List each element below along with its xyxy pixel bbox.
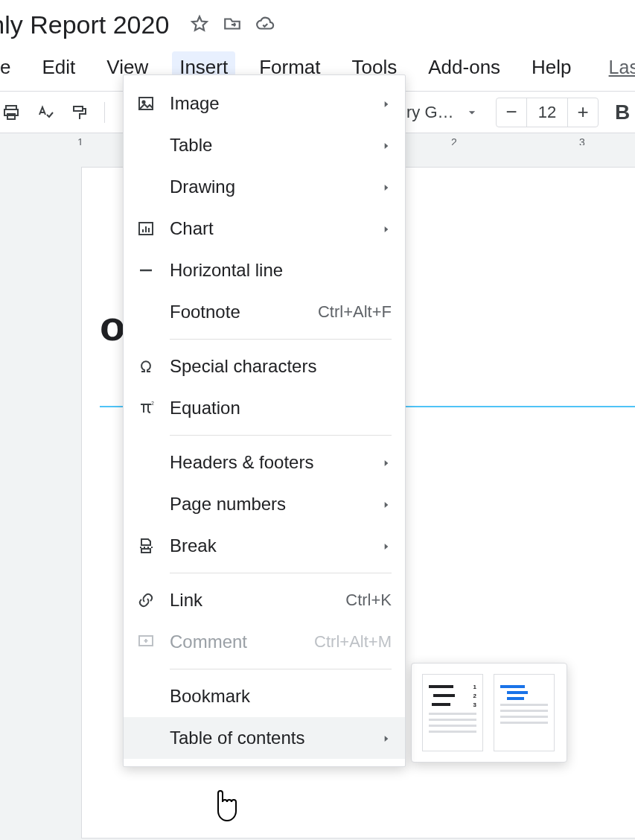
menu-item-bookmark[interactable]: Bookmark: [124, 675, 405, 717]
menu-item-headers-footers[interactable]: Headers & footers: [124, 442, 405, 483]
menu-item-drawing[interactable]: Drawing: [124, 166, 405, 208]
print-icon[interactable]: [0, 104, 22, 121]
menu-label: Link: [170, 590, 345, 611]
svg-text:2: 2: [151, 401, 154, 406]
link-icon: [137, 591, 170, 609]
chart-icon: [137, 220, 170, 238]
chevron-right-icon: [381, 93, 392, 114]
image-icon: [137, 95, 170, 112]
menu-label: Drawing: [170, 176, 381, 197]
menu-item-image[interactable]: Image: [124, 83, 405, 124]
menu-label: Table of contents: [170, 728, 381, 748]
font-size-increase[interactable]: +: [568, 98, 598, 127]
menu-label: Chart: [170, 218, 381, 239]
chevron-right-icon: [381, 176, 392, 197]
menu-item-footnote[interactable]: Footnote Ctrl+Alt+F: [124, 291, 405, 333]
menu-shortcut: Ctrl+K: [345, 591, 392, 610]
page-break-icon: [137, 537, 170, 555]
menu-help[interactable]: Help: [524, 51, 578, 83]
pi-icon: 2: [137, 399, 170, 417]
titlebar: onthly Report 2020: [0, 0, 635, 47]
spellcheck-icon[interactable]: [34, 104, 57, 121]
font-family-select[interactable]: ry Go…: [406, 103, 459, 122]
menu-divider: [170, 435, 392, 436]
menu-item-comment: Comment Ctrl+Alt+M: [124, 621, 405, 663]
paint-format-icon[interactable]: [68, 104, 91, 121]
bold-button[interactable]: B: [615, 101, 630, 124]
insert-menu-dropdown: Image Table Drawing Chart Horizontal lin…: [123, 74, 406, 767]
menu-item-equation[interactable]: 2 Equation: [124, 387, 405, 429]
font-size-value[interactable]: 12: [526, 98, 568, 127]
menu-item-chart[interactable]: Chart: [124, 208, 405, 249]
comment-icon: [137, 633, 170, 651]
menu-label: Footnote: [170, 302, 318, 322]
menu-item-table-of-contents[interactable]: Table of contents: [124, 717, 405, 759]
menu-addons[interactable]: Add-ons: [421, 51, 508, 83]
cloud-saved-icon[interactable]: [255, 14, 275, 36]
menu-item-link[interactable]: Link Ctrl+K: [124, 579, 405, 621]
toc-style-submenu: 1 2 3: [411, 663, 567, 763]
document-title[interactable]: onthly Report 2020: [0, 10, 169, 39]
svg-rect-3: [74, 106, 83, 111]
last-edit-link[interactable]: Last edit was sec: [609, 57, 635, 78]
toc-style-page-numbers[interactable]: 1 2 3: [422, 674, 483, 751]
menu-item-page-numbers[interactable]: Page numbers: [124, 483, 405, 525]
menu-shortcut: Ctrl+Alt+F: [318, 302, 392, 322]
chevron-right-icon: [381, 535, 392, 556]
chevron-down-icon[interactable]: [465, 105, 479, 120]
menu-label: Equation: [170, 398, 392, 419]
chevron-right-icon: [381, 135, 392, 156]
menu-label: Comment: [170, 631, 314, 652]
cursor-pointer-icon: [210, 788, 240, 827]
move-icon[interactable]: [223, 14, 242, 36]
chevron-right-icon: [381, 494, 392, 515]
menu-label: Bookmark: [170, 686, 392, 707]
menu-label: Table: [170, 135, 381, 156]
font-size-decrease[interactable]: −: [497, 98, 526, 127]
menu-divider: [170, 573, 392, 573]
menu-label: Page numbers: [170, 494, 381, 515]
menu-item-break[interactable]: Break: [124, 525, 405, 567]
menu-label: Special characters: [170, 356, 392, 377]
chevron-right-icon: [381, 452, 392, 473]
menu-label: Image: [170, 93, 381, 114]
toc-style-blue-links[interactable]: [494, 674, 555, 751]
omega-icon: [137, 357, 170, 375]
menu-label: Headers & footers: [170, 452, 381, 473]
menu-divider: [170, 339, 392, 340]
menu-label: Break: [170, 535, 381, 556]
menu-edit[interactable]: Edit: [34, 51, 83, 83]
chevron-right-icon: [381, 218, 392, 239]
font-size-stepper[interactable]: − 12 +: [496, 98, 599, 127]
menu-shortcut: Ctrl+Alt+M: [314, 632, 392, 652]
menu-item-special-characters[interactable]: Special characters: [124, 346, 405, 387]
star-icon[interactable]: [190, 14, 209, 36]
menu-file[interactable]: e: [0, 51, 18, 83]
menu-label: Horizontal line: [170, 260, 392, 281]
menu-item-table[interactable]: Table: [124, 124, 405, 166]
chevron-right-icon: [381, 728, 392, 748]
toolbar-separator: [104, 102, 105, 123]
horizontal-line-icon: [137, 261, 170, 279]
menu-divider: [170, 669, 392, 669]
menu-item-horizontal-line[interactable]: Horizontal line: [124, 249, 405, 291]
svg-point-5: [142, 101, 144, 103]
